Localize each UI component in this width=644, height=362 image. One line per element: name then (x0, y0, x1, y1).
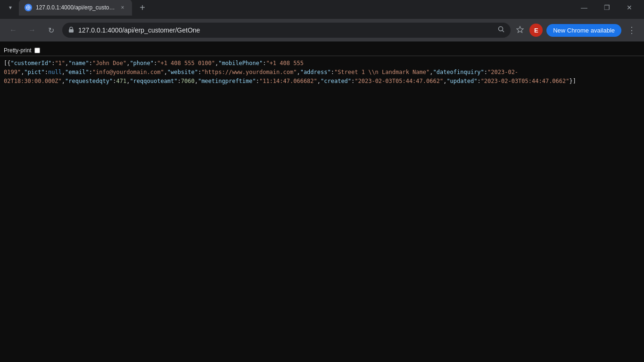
maximize-button[interactable]: ❐ (596, 0, 618, 17)
new-chrome-button[interactable]: New Chrome available (546, 24, 621, 37)
bookmark-icon[interactable] (514, 24, 526, 37)
forward-button[interactable]: → (25, 23, 40, 38)
svg-point-4 (499, 27, 503, 31)
tab-list-button[interactable]: ▾ (4, 1, 17, 14)
minimize-button[interactable]: — (573, 0, 595, 17)
menu-button[interactable]: ⋮ (625, 24, 638, 37)
svg-marker-6 (517, 26, 523, 33)
svg-rect-3 (69, 29, 74, 33)
reload-icon: ↻ (48, 26, 54, 35)
tab-favicon (25, 4, 32, 11)
url-text: 127.0.0.1:4000/api/erp_customer/GetOne (78, 26, 494, 34)
navbar: ← → ↻ 127.0.0.1:4000/api/erp_customer/Ge… (0, 19, 644, 41)
forward-icon: → (28, 26, 36, 34)
tab-bar: ▾ 127.0.0.1:4000/api/erp_custome × + — ❐… (0, 0, 644, 19)
tab-title: 127.0.0.1:4000/api/erp_custome (36, 4, 115, 11)
json-display: [{"customerId":"1","name":"John Doe","ph… (0, 56, 644, 89)
tab-close-button[interactable]: × (119, 4, 126, 11)
back-icon: ← (9, 26, 17, 34)
svg-line-5 (503, 31, 504, 33)
pretty-print-label: Pretty-print (4, 47, 32, 54)
reload-button[interactable]: ↻ (43, 23, 58, 38)
close-button[interactable]: ✕ (619, 0, 640, 17)
lock-icon (68, 26, 74, 34)
search-icon[interactable] (497, 25, 505, 35)
content-area: Pretty-print [{"customerId":"1","name":"… (0, 41, 644, 362)
pretty-print-bar: Pretty-print (0, 45, 644, 56)
pretty-print-checkbox[interactable] (34, 48, 40, 53)
window-controls: — ❐ ✕ (573, 0, 640, 17)
active-tab[interactable]: 127.0.0.1:4000/api/erp_custome × (19, 0, 132, 16)
back-button[interactable]: ← (6, 23, 21, 38)
profile-button[interactable]: E (529, 24, 543, 37)
address-bar[interactable]: 127.0.0.1:4000/api/erp_customer/GetOne (62, 23, 511, 38)
new-tab-button[interactable]: + (136, 1, 149, 14)
